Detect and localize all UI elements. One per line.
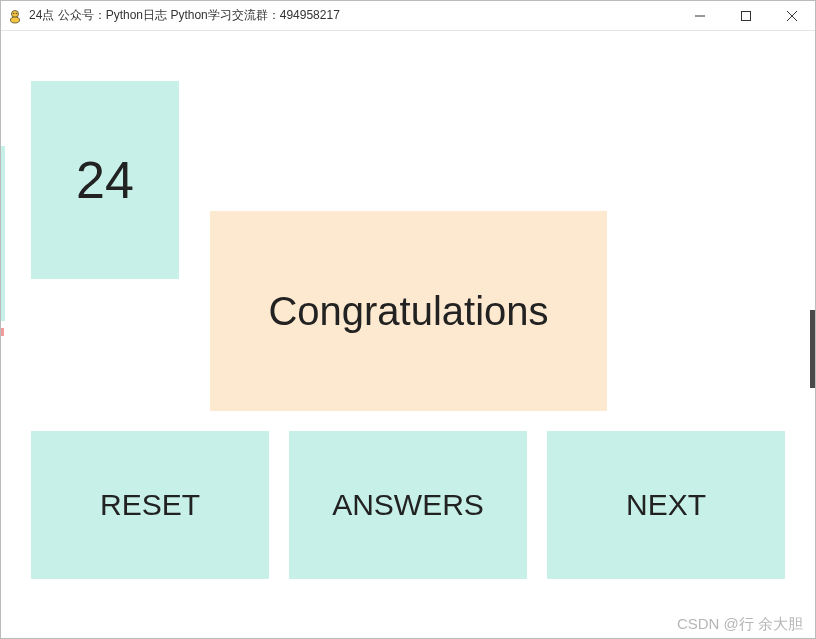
window-title: 24点 公众号：Python日志 Python学习交流群：494958217 — [29, 7, 677, 24]
minimize-button[interactable] — [677, 1, 723, 30]
reset-button[interactable]: RESET — [31, 431, 269, 579]
next-label: NEXT — [626, 488, 706, 522]
answers-label: ANSWERS — [332, 488, 484, 522]
svg-point-3 — [16, 12, 17, 13]
app-window: 24点 公众号：Python日志 Python学习交流群：494958217 2… — [0, 0, 816, 639]
decoration — [1, 146, 5, 321]
decoration — [1, 328, 4, 336]
answers-button[interactable]: ANSWERS — [289, 431, 527, 579]
next-button[interactable]: NEXT — [547, 431, 785, 579]
result-card: 24 — [31, 81, 179, 279]
message-text: Congratulations — [268, 289, 548, 334]
svg-rect-5 — [742, 11, 751, 20]
reset-label: RESET — [100, 488, 200, 522]
watermark: CSDN @行 余大胆 — [677, 615, 803, 634]
close-button[interactable] — [769, 1, 815, 30]
window-controls — [677, 1, 815, 30]
game-area: 24 Congratulations RESET ANSWERS NEXT CS… — [1, 31, 815, 638]
svg-point-0 — [12, 10, 19, 17]
svg-point-2 — [13, 12, 14, 13]
svg-point-1 — [11, 17, 20, 23]
maximize-button[interactable] — [723, 1, 769, 30]
result-value: 24 — [76, 150, 134, 210]
titlebar: 24点 公众号：Python日志 Python学习交流群：494958217 — [1, 1, 815, 31]
decoration — [810, 310, 815, 388]
message-panel: Congratulations — [210, 211, 607, 411]
app-icon — [7, 8, 23, 24]
